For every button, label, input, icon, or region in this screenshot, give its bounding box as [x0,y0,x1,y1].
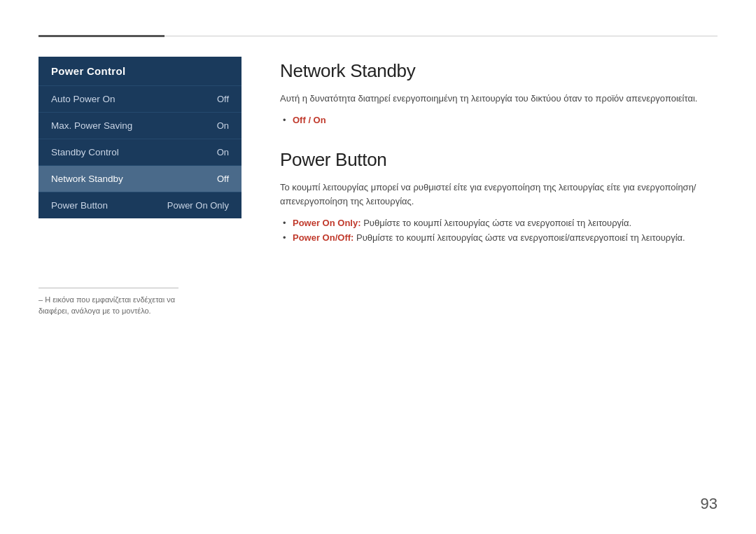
footnote-text: – Η εικόνα που εμφανίζεται ενδέχεται να … [38,294,178,317]
content-panel: Network Standby Αυτή η δυνατότητα διατηρ… [280,57,718,267]
bullet-item-power-on-off: Power On/Off: Ρυθμίστε το κουμπί λειτουρ… [293,231,718,246]
page-container: Power Control Auto Power On Off Max. Pow… [0,0,756,534]
power-on-off-highlight: Power On/Off: [293,232,354,243]
bullet-item-off-on: Off / On [293,113,718,128]
menu-item-label: Auto Power On [51,94,115,104]
power-button-bullets: Power On Only: Ρυθμίστε το κουμπί λειτου… [280,216,718,246]
menu-item-auto-power-on[interactable]: Auto Power On Off [38,85,241,112]
menu-title: Power Control [51,65,125,77]
menu-item-value: Power On Only [167,200,229,211]
menu-item-label: Network Standby [51,174,123,184]
menu-item-label: Standby Control [51,147,119,157]
power-on-off-text: Ρυθμίστε το κουμπί λειτουργίας ώστε να ε… [356,232,685,243]
menu-panel: Power Control Auto Power On Off Max. Pow… [38,57,241,218]
menu-item-label: Power Button [51,200,108,211]
menu-item-value: On [217,147,229,157]
menu-item-value: Off [217,94,229,104]
menu-item-standby-control[interactable]: Standby Control On [38,139,241,165]
menu-item-network-standby[interactable]: Network Standby Off [38,165,241,192]
bullet-item-power-on-only: Power On Only: Ρυθμίστε το κουμπί λειτου… [293,216,718,231]
network-standby-bullets: Off / On [280,113,718,128]
top-line-dark [38,35,164,37]
top-lines [38,35,718,37]
off-on-highlight: Off / On [293,115,326,125]
menu-item-label: Max. Power Saving [51,120,132,131]
menu-item-max-power-saving[interactable]: Max. Power Saving On [38,112,241,139]
content-area: Power Control Auto Power On Off Max. Pow… [38,57,718,267]
menu-item-power-button[interactable]: Power Button Power On Only [38,192,241,218]
footnote-area: – Η εικόνα που εμφανίζεται ενδέχεται να … [38,288,178,317]
menu-header: Power Control [38,57,241,85]
power-on-only-highlight: Power On Only: [293,218,361,228]
power-button-title: Power Button [280,149,718,171]
network-standby-description: Αυτή η δυνατότητα διατηρεί ενεργοποιημέν… [280,92,718,106]
network-standby-title: Network Standby [280,60,718,82]
page-number: 93 [701,495,718,513]
menu-item-value: Off [217,174,229,184]
top-line-light [164,36,718,36]
menu-item-value: On [217,120,229,131]
power-on-only-text: Ρυθμίστε το κουμπί λειτουργίας ώστε να ε… [363,218,631,228]
power-button-description: Το κουμπί λειτουργίας μπορεί να ρυθμιστε… [280,181,718,210]
